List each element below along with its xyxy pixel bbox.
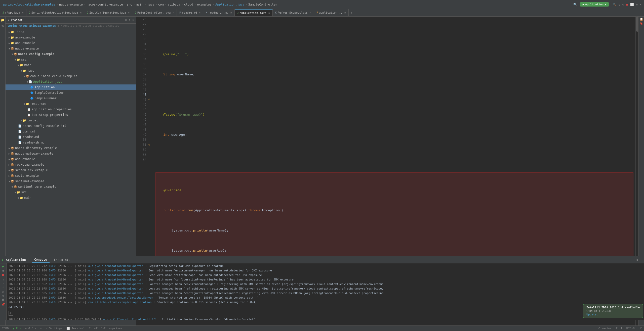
tab-sentinel[interactable]: J SentinelZuulApplication.java ✕ — [26, 9, 85, 17]
tree-item-idea[interactable]: ▶ 📁 .idea — [6, 29, 136, 35]
maximize-icon[interactable]: ⊡ — [636, 3, 638, 6]
stop-icon[interactable]: ■ — [626, 3, 628, 6]
tree-item-schedulerx[interactable]: ▶ 📦 schedulerx-example — [6, 167, 136, 173]
tab-zuul-close[interactable]: ✕ — [128, 11, 130, 14]
status-services[interactable]: IntelliJ-Enterprises — [89, 327, 122, 330]
tab-application2-close[interactable]: ✕ — [344, 11, 346, 14]
tab-readme-close[interactable]: ✕ — [199, 11, 200, 14]
clear-icon[interactable]: 🗑 — [2, 298, 5, 301]
tab-readme[interactable]: M readme.md ✕ — [177, 9, 203, 17]
tree-item-iml[interactable]: 📄 nacos-config-example.iml — [6, 123, 136, 129]
tree-item-nacos-discovery[interactable]: ▶ 📦 nacos-discovery-example — [6, 145, 136, 151]
bottom-minimize-icon[interactable]: — — [640, 258, 642, 262]
status-terminal[interactable]: ⬜ Terminal — [66, 327, 85, 330]
endpoints-tab[interactable]: Endpoints — [52, 257, 73, 263]
fold-icon[interactable]: ⊟ — [2, 291, 4, 294]
sidebar-close-icon[interactable]: ✕ — [132, 18, 134, 22]
log-msg-6: : Located managed bean 'refreshScope': r… — [145, 287, 642, 291]
tab-application[interactable]: J Application.java ✕ — [235, 9, 273, 17]
bottom-settings-icon[interactable]: ⚙ — [636, 258, 638, 262]
tab-refresh[interactable]: C RefreshScope.class ✕ — [273, 9, 314, 17]
tree-item-application[interactable]: 🔷 Application — [6, 84, 136, 90]
tree-item-main[interactable]: ▼ 📁 main — [6, 62, 136, 68]
sidebar-layout-icon[interactable]: ⊞ — [129, 18, 131, 22]
tree-item-appprop[interactable]: 📋 application.properties — [6, 107, 136, 112]
settings-icon[interactable]: ⚙ — [622, 3, 624, 6]
status-git[interactable]: ⎇ master — [597, 327, 612, 330]
filter-icon[interactable]: ⧖ — [2, 294, 4, 298]
tab-readme-zh[interactable]: M readme-zh.md ✕ — [203, 9, 235, 17]
right-icon-2[interactable]: 🔖 — [640, 22, 643, 25]
tree-item-nacos-gateway[interactable]: ▶ 📦 nacos-gateway-example — [6, 151, 136, 156]
scroll-end-icon[interactable]: ⤓ — [2, 286, 4, 289]
tab-readme-zh-close[interactable]: ✕ — [230, 11, 232, 14]
tree-item-samplerunner[interactable]: 🔷 SampleRunner — [6, 96, 136, 101]
tree-item-bootstrap[interactable]: 📋 bootstrap.properties — [6, 112, 136, 118]
tree-item-appjava[interactable]: ▼ 📄 Application.java — [6, 79, 136, 84]
tree-item-target[interactable]: ▶ 📁 target — [6, 118, 136, 123]
console-tab[interactable]: Console — [32, 257, 50, 263]
build-icon[interactable]: 🔨 — [613, 3, 617, 6]
pin-icon[interactable]: 📌 — [2, 303, 5, 306]
tab-zuul[interactable]: J ZuulConfiguration.java ✕ — [84, 9, 132, 17]
tree-item-pom[interactable]: 📄 pom.xml — [6, 129, 136, 134]
tree-item-readme[interactable]: 📄 readme.md — [6, 134, 136, 140]
tree-item-java[interactable]: ▼ 📁 java — [6, 68, 136, 73]
tab-rules[interactable]: J RulesController.java ✕ — [132, 9, 177, 17]
status-encoding[interactable]: UTF-8 — [626, 327, 635, 330]
tree-item-resources[interactable]: ▼ 📁 resources — [6, 101, 136, 107]
module-nacos-gateway-icon: 📦 — [11, 152, 14, 155]
tree-item-ans[interactable]: ▶ 📁 ans-example — [6, 40, 136, 46]
tree-item-oss[interactable]: ▶ 📦 oss-example — [6, 156, 136, 162]
scroll-up-icon[interactable]: ⬆ — [2, 278, 4, 281]
tree-item-samplecontroller[interactable]: 🔷 SampleController — [6, 90, 136, 96]
tree-label-target: target — [27, 119, 38, 122]
status-run[interactable]: ▲ Run — [13, 327, 21, 330]
tree-item-nacos-config[interactable]: ▼ 📦 nacos-config-example — [6, 51, 136, 57]
tab-rapp-close[interactable]: ✕ — [22, 11, 24, 14]
tree-item-sentinel[interactable]: ▼ 📦 sentinel-example — [6, 178, 136, 184]
more-tabs-icon[interactable]: ▾ — [349, 11, 354, 15]
run-again-icon[interactable]: ▶ — [2, 264, 4, 268]
console-output[interactable]: 2022-11-04 16:20:18.742 INFO 22836 --- [… — [7, 263, 644, 320]
tree-item-readme-zh[interactable]: 📄 readme-zh.md — [6, 140, 136, 145]
close-icon[interactable]: ✕ — [640, 3, 641, 6]
window-icon[interactable]: ⬜ — [630, 3, 634, 6]
project-icon[interactable]: 📁 — [0, 18, 5, 23]
tab-rapp[interactable]: J rApp.java ✕ — [0, 9, 26, 17]
status-errors[interactable]: ♦ 0 Errors — [25, 327, 42, 330]
tab-bar: J rApp.java ✕ J SentinelZuulApplication.… — [0, 9, 644, 17]
status-warnings[interactable]: ⚠ Settings — [46, 327, 62, 330]
tab-sentinel-close[interactable]: ✕ — [80, 11, 82, 14]
notification-popup[interactable]: IntelliJ IDEA 2020.1.4 available CSDN @d… — [583, 304, 643, 318]
run-button[interactable]: ▶ Application ▾ — [580, 2, 609, 7]
right-icon-1[interactable]: 📋 — [640, 18, 643, 21]
tree-item-src[interactable]: ▼ 📁 src — [6, 57, 136, 62]
tab-application2[interactable]: P application... ✕ — [314, 9, 349, 17]
scroll-down-icon[interactable]: ⬇ — [2, 282, 4, 285]
rerun-icon[interactable]: ↺ — [2, 269, 4, 272]
gutter-42[interactable]: ⚙ — [148, 97, 153, 102]
tree-item-sentinel-core[interactable]: ▼ 📦 sentinel-core-example — [6, 184, 136, 190]
sidebar-gear-icon[interactable]: ⚙ — [125, 18, 127, 22]
tab-application-close[interactable]: ✕ — [268, 12, 270, 14]
structure-icon[interactable]: 🏗 — [1, 24, 5, 29]
tree-item-sentinel-main[interactable]: ▼ 📁 main — [6, 195, 136, 201]
status-lf[interactable]: LF — [639, 327, 642, 330]
tree-item-package[interactable]: ▼ 📦 com.alibaba.cloud.examples — [6, 73, 136, 79]
tree-item-nacos[interactable]: ▼ 📦 nacos-example — [6, 46, 136, 51]
status-todo[interactable]: TODO — [2, 327, 9, 330]
gutter-51[interactable]: ⚙ — [148, 142, 153, 147]
tree-item-seata[interactable]: ▶ 📦 seata-example — [6, 173, 136, 178]
search-everywhere-icon[interactable]: 🔍 — [573, 3, 577, 6]
tree-item-sentinel-src[interactable]: ▼ 📁 src — [6, 190, 136, 195]
tab-rules-close[interactable]: ✕ — [173, 11, 174, 14]
stop-run-icon[interactable]: ■ — [2, 273, 4, 277]
update-icon[interactable]: ↺ — [619, 3, 620, 6]
tree-item-rocketmq[interactable]: ▶ 📦 rocketmq-example — [6, 162, 136, 167]
tab-refresh-close[interactable]: ✕ — [310, 11, 311, 14]
tab-rules-icon: J — [135, 11, 136, 14]
tree-item-acm[interactable]: ▶ 📁 acm-example — [6, 35, 136, 40]
scrollbar-thumb[interactable] — [636, 17, 638, 32]
notification-update[interactable]: Update. — [586, 313, 640, 316]
